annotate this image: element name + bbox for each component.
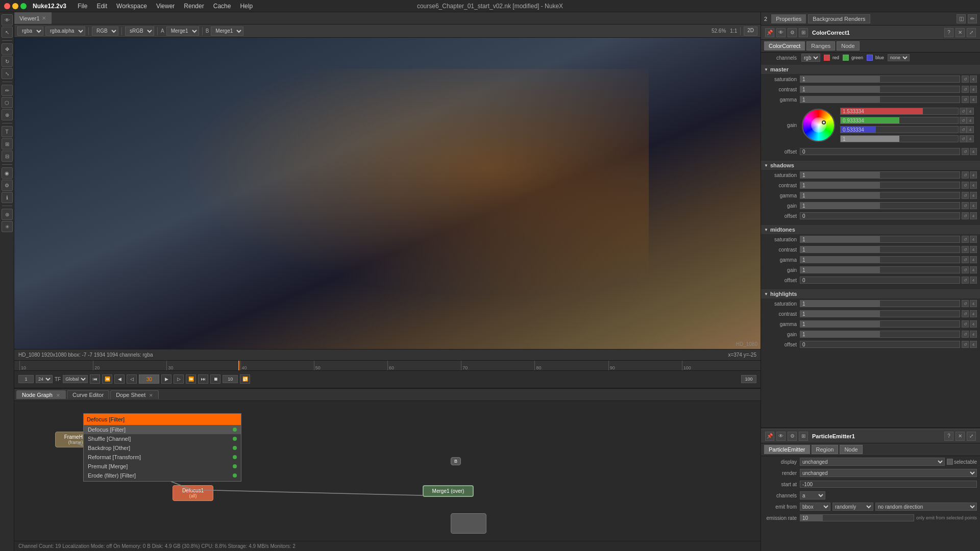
- hi-sat-slider[interactable]: 1: [800, 300, 960, 307]
- props-pin-btn[interactable]: 📌: [765, 28, 774, 37]
- sh-gam-slider[interactable]: 1: [800, 192, 960, 199]
- gain-r-slider[interactable]: 1.533334: [840, 108, 959, 115]
- emit-from-select[interactable]: bbox: [800, 503, 830, 511]
- gain-a-btn[interactable]: ↺: [960, 135, 967, 142]
- alpha-select[interactable]: rgba.alpha: [45, 27, 85, 36]
- mid-con-r[interactable]: ↺: [962, 246, 969, 253]
- properties-tab[interactable]: Properties: [771, 14, 806, 23]
- mid-gain-4[interactable]: 4: [970, 266, 977, 273]
- display-select[interactable]: sRGB: [125, 27, 154, 36]
- mid-off-r[interactable]: ↺: [962, 277, 969, 284]
- tab-colorcorrect[interactable]: ColorCorrect: [764, 41, 805, 51]
- channels-value-select[interactable]: rgb: [801, 54, 820, 62]
- hi-sat-4[interactable]: 4: [970, 300, 977, 307]
- play-fwd-btn[interactable]: ▶: [161, 374, 172, 384]
- prev-frame-btn[interactable]: ◀: [114, 374, 125, 384]
- gain-a-4[interactable]: 4: [967, 135, 974, 142]
- sh-off-4[interactable]: 4: [970, 212, 977, 219]
- start-at-slider[interactable]: -100: [800, 481, 977, 488]
- sh-con-4[interactable]: 4: [970, 182, 977, 189]
- offset-slider[interactable]: 0: [800, 148, 960, 155]
- current-frame-display[interactable]: 30: [139, 374, 159, 384]
- stop-btn[interactable]: ⏹: [210, 374, 220, 384]
- tool-rotate[interactable]: ↻: [2, 56, 13, 67]
- sh-gain-4[interactable]: 4: [970, 202, 977, 209]
- minimize-button[interactable]: [12, 3, 18, 9]
- viewer-tab-close[interactable]: ✕: [42, 15, 46, 21]
- menu-viewer[interactable]: Viewer: [152, 2, 179, 11]
- go-end-btn[interactable]: ⏭: [198, 374, 208, 384]
- tool-scale[interactable]: ⤡: [2, 68, 13, 79]
- shadows-header[interactable]: ▼ shadows: [761, 161, 980, 170]
- menu-cache[interactable]: Cache: [209, 2, 235, 11]
- viewer-tab-1[interactable]: Viewer1 ✕: [14, 12, 52, 24]
- gain-r-4[interactable]: 4: [967, 108, 974, 115]
- node-defocus1[interactable]: Defocus1 (all): [173, 485, 213, 501]
- pe-expand-btn[interactable]: ⤢: [967, 432, 976, 441]
- end-frame-input[interactable]: [741, 375, 756, 383]
- node-particle[interactable]: B: [451, 457, 461, 465]
- display-select[interactable]: unchanged: [800, 458, 945, 466]
- node-graph-content[interactable]: Defocus [Filter] Shuffle [Channel] Backd…: [14, 401, 761, 551]
- props-settings-btn[interactable]: ⊞: [799, 28, 808, 37]
- gain-color-wheel[interactable]: [802, 109, 835, 142]
- hi-gam-slider[interactable]: 1: [800, 320, 960, 328]
- hi-con-slider[interactable]: 1: [800, 310, 960, 317]
- sat-reset[interactable]: ↺: [962, 76, 969, 83]
- tool-move[interactable]: ✥: [2, 43, 13, 55]
- tool-shape[interactable]: ⬡: [2, 97, 13, 108]
- sh-sat-r[interactable]: ↺: [962, 171, 969, 179]
- play-back-btn[interactable]: ◁: [127, 374, 137, 384]
- pe-help-btn[interactable]: ?: [944, 432, 953, 441]
- close-button[interactable]: [4, 3, 10, 9]
- tool-paint[interactable]: ✏: [2, 85, 13, 96]
- bg-renders-tab[interactable]: Background Renders: [808, 14, 870, 23]
- mid-sat-slider[interactable]: 1: [800, 236, 960, 243]
- pe-pin-btn[interactable]: 📌: [765, 432, 774, 441]
- menu-workspace[interactable]: Workspace: [112, 2, 151, 11]
- dropdown-item-invert[interactable]: Invert [Color]: [84, 480, 241, 481]
- dropdown-item-reformat[interactable]: Reformat [Transform]: [84, 453, 241, 462]
- mid-gain-slider[interactable]: 1: [800, 266, 960, 273]
- panel-icon-2[interactable]: ✏: [968, 14, 977, 23]
- tool-grid[interactable]: ⊟: [2, 151, 13, 162]
- render-select[interactable]: unchanged: [800, 469, 977, 477]
- tool-extra2[interactable]: ✳: [2, 221, 13, 232]
- sat-4[interactable]: 4: [970, 76, 977, 83]
- tab-curve-editor[interactable]: Curve Editor: [67, 390, 109, 399]
- saturation-slider[interactable]: 1: [800, 76, 960, 83]
- gain-a-slider[interactable]: 1: [840, 135, 959, 142]
- input-b-select[interactable]: Merge1: [211, 27, 243, 36]
- gamma-slider[interactable]: 1: [800, 96, 960, 103]
- next-frame-btn[interactable]: ▷: [174, 374, 184, 384]
- sh-gam-r[interactable]: ↺: [962, 192, 969, 199]
- hi-con-r[interactable]: ↺: [962, 310, 969, 317]
- tool-crop[interactable]: ⊞: [2, 138, 13, 149]
- sh-off-slider[interactable]: 0: [800, 212, 960, 219]
- contrast-slider[interactable]: 1: [800, 86, 960, 93]
- none-select[interactable]: none: [888, 54, 910, 61]
- gam-4[interactable]: 4: [970, 96, 977, 103]
- pe-settings-btn[interactable]: ⊞: [799, 432, 808, 441]
- gain-g-btn[interactable]: ↺: [960, 117, 967, 124]
- hi-gam-4[interactable]: 4: [970, 320, 977, 328]
- sh-gain-slider[interactable]: 1: [800, 202, 960, 209]
- hi-sat-r[interactable]: ↺: [962, 300, 969, 307]
- hi-off-r[interactable]: ↺: [962, 341, 969, 348]
- mid-off-slider[interactable]: 0: [800, 277, 960, 284]
- dropdown-item-erode[interactable]: Erode (filter) [Filter]: [84, 471, 241, 480]
- sh-gain-r[interactable]: ↺: [962, 202, 969, 209]
- tool-settings[interactable]: ⚙: [2, 180, 13, 191]
- props-help-btn[interactable]: ?: [944, 28, 953, 37]
- props-eye-btn[interactable]: 👁: [776, 28, 786, 37]
- step-fwd-btn[interactable]: ⏩: [186, 374, 196, 384]
- tab-region[interactable]: Region: [812, 445, 839, 454]
- hi-con-4[interactable]: 4: [970, 310, 977, 317]
- 2d-mode-btn[interactable]: 2D: [744, 27, 757, 36]
- tab-pe-node[interactable]: Node: [840, 445, 862, 454]
- menu-edit[interactable]: Edit: [92, 2, 111, 11]
- off-4[interactable]: 4: [970, 148, 977, 155]
- props-close-btn[interactable]: ✕: [955, 28, 965, 37]
- selectable-checkbox[interactable]: [947, 459, 953, 465]
- hi-gain-4[interactable]: 4: [970, 331, 977, 338]
